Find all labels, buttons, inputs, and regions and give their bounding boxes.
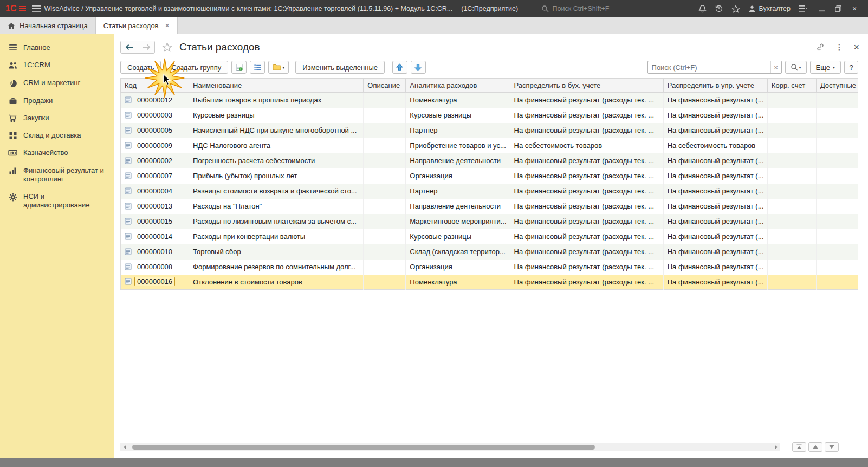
cell-analytics[interactable]: Маркетинговое мероприяти... — [406, 214, 510, 229]
favorites-star-icon[interactable] — [731, 5, 740, 13]
cell-corr[interactable] — [767, 184, 816, 199]
cell-analytics[interactable]: Номенклатура — [406, 93, 510, 108]
table-row[interactable]: 000000009НДС Налогового агентаПриобретен… — [121, 138, 858, 153]
cell-accounting[interactable]: На финансовый результат (расходы тек. ..… — [510, 229, 663, 244]
cell-description[interactable] — [364, 153, 406, 168]
cell-name[interactable]: Начисленный НДС при выкупе многооборотно… — [189, 123, 364, 138]
cell-available[interactable] — [816, 275, 858, 290]
cell-management[interactable]: На финансовый результат (... — [663, 214, 767, 229]
minimize-button[interactable] — [814, 2, 830, 16]
move-down-button[interactable] — [411, 61, 426, 74]
more-button[interactable]: Еще▾ — [810, 61, 841, 74]
table-row[interactable]: 000000002Погрешность расчета себестоимос… — [121, 153, 858, 168]
cell-code[interactable]: 000000003 — [121, 108, 189, 123]
cell-accounting[interactable]: На финансовый результат (расходы тек. ..… — [510, 93, 663, 108]
cell-available[interactable] — [816, 93, 858, 108]
cell-management[interactable]: На финансовый результат (... — [663, 153, 767, 168]
cell-name[interactable]: Прибыль (убыток) прошлых лет — [189, 168, 364, 184]
cell-name[interactable]: Торговый сбор — [189, 244, 364, 260]
forward-button[interactable] — [138, 41, 154, 53]
list-begin-button[interactable] — [792, 442, 806, 452]
create-button[interactable]: Создать — [120, 61, 161, 74]
main-menu-icon[interactable] — [32, 5, 41, 12]
column-header-management[interactable]: Распределить в упр. учете — [663, 79, 767, 93]
cell-name[interactable]: Расходы при конвертации валюты — [189, 229, 364, 244]
table-row[interactable]: 000000014Расходы при конвертации валютыК… — [121, 229, 858, 244]
cell-description[interactable] — [364, 108, 406, 123]
table-row[interactable]: 000000007Прибыль (убыток) прошлых летОрг… — [121, 168, 858, 184]
cell-corr[interactable] — [767, 153, 816, 168]
edit-selected-button[interactable]: Изменить выделенные — [295, 61, 385, 74]
table-row[interactable]: 000000013Расходы на "Платон"Направление … — [121, 199, 858, 214]
cell-description[interactable] — [364, 260, 406, 275]
cell-available[interactable] — [816, 168, 858, 184]
cell-corr[interactable] — [767, 199, 816, 214]
cell-name[interactable]: Отклонение в стоимости товаров — [189, 275, 364, 290]
cell-management[interactable]: На финансовый результат (... — [663, 184, 767, 199]
cell-analytics[interactable]: Организация — [406, 260, 510, 275]
cell-accounting[interactable]: На финансовый результат (расходы тек. ..… — [510, 168, 663, 184]
cell-analytics[interactable]: Номенклатура — [406, 275, 510, 290]
form-more-icon[interactable]: ⋮ — [835, 42, 843, 52]
get-link-icon[interactable] — [816, 43, 825, 51]
cell-name[interactable]: Расходы на "Платон" — [189, 199, 364, 214]
table-row[interactable]: 000000010Торговый сборСклад (складская т… — [121, 244, 858, 260]
cell-code[interactable]: 000000009 — [121, 138, 189, 153]
sidebar-item-treasury[interactable]: Казначейство — [0, 144, 114, 161]
cell-available[interactable] — [816, 123, 858, 138]
scroll-left-icon[interactable] — [120, 443, 129, 451]
cell-analytics[interactable]: Курсовые разницы — [406, 229, 510, 244]
list-up-button[interactable] — [808, 442, 822, 452]
cell-corr[interactable] — [767, 123, 816, 138]
sidebar-item-warehouse[interactable]: Склад и доставка — [0, 127, 114, 144]
add-favorite-star-icon[interactable] — [162, 42, 172, 52]
column-header-available[interactable]: Доступные — [816, 79, 858, 93]
folder-dropdown-button[interactable]: ▾ — [268, 61, 289, 74]
sidebar-item-sales[interactable]: Продажи — [0, 92, 114, 109]
cell-available[interactable] — [816, 138, 858, 153]
cell-name[interactable]: Погрешность расчета себестоимости — [189, 153, 364, 168]
column-header-code[interactable]: Код — [121, 79, 189, 93]
scroll-right-icon[interactable] — [772, 443, 780, 451]
cell-accounting[interactable]: На финансовый результат (расходы тек. ..… — [510, 244, 663, 260]
cell-description[interactable] — [364, 229, 406, 244]
output-list-button[interactable] — [231, 61, 247, 74]
cell-corr[interactable] — [767, 260, 816, 275]
cell-accounting[interactable]: На финансовый результат (расходы тек. ..… — [510, 184, 663, 199]
cell-corr[interactable] — [767, 138, 816, 153]
sidebar-item-nsi-admin[interactable]: НСИ и администрирование — [0, 188, 114, 215]
cell-analytics[interactable]: Склад (складская территор... — [406, 244, 510, 260]
table-row[interactable]: 000000016Отклонение в стоимости товаровН… — [121, 275, 858, 290]
cell-analytics[interactable]: Курсовые разницы — [406, 108, 510, 123]
cell-management[interactable]: На себестоимость товаров — [663, 138, 767, 153]
table-row[interactable]: 000000015Расходы по лизинговым платежам … — [121, 214, 858, 229]
cell-available[interactable] — [816, 199, 858, 214]
cell-corr[interactable] — [767, 168, 816, 184]
column-header-name[interactable]: Наименование — [189, 79, 364, 93]
cell-name[interactable]: Курсовые разницы — [189, 108, 364, 123]
cell-code[interactable]: 000000002 — [121, 153, 189, 168]
table-row[interactable]: 000000003Курсовые разницыКурсовые разниц… — [121, 108, 858, 123]
cell-name[interactable]: Расходы по лизинговым платежам за вычето… — [189, 214, 364, 229]
clear-search-icon[interactable]: × — [770, 61, 781, 73]
cell-code[interactable]: 000000015 — [121, 214, 189, 229]
cell-management[interactable]: На финансовый результат (... — [663, 168, 767, 184]
cell-analytics[interactable]: Направление деятельности — [406, 199, 510, 214]
cell-corr[interactable] — [767, 229, 816, 244]
tab-expense-items[interactable]: Статьи расходов × — [96, 17, 178, 34]
list-settings-button[interactable] — [250, 61, 265, 74]
find-button[interactable]: ▾ — [785, 61, 807, 74]
scrollbar-thumb[interactable] — [132, 445, 595, 450]
restore-button[interactable] — [830, 2, 846, 16]
cell-management[interactable]: На финансовый результат (... — [663, 199, 767, 214]
cell-code[interactable]: 000000004 — [121, 184, 189, 199]
cell-accounting[interactable]: На финансовый результат (расходы тек. ..… — [510, 260, 663, 275]
cell-description[interactable] — [364, 244, 406, 260]
cell-name[interactable]: НДС Налогового агента — [189, 138, 364, 153]
column-header-analytics[interactable]: Аналитика расходов — [406, 79, 510, 93]
cell-available[interactable] — [816, 108, 858, 123]
tab-close-icon[interactable]: × — [165, 21, 170, 30]
cell-name[interactable]: Разницы стоимости возврата и фактической… — [189, 184, 364, 199]
cell-code[interactable]: 000000013 — [121, 199, 189, 214]
cell-available[interactable] — [816, 153, 858, 168]
